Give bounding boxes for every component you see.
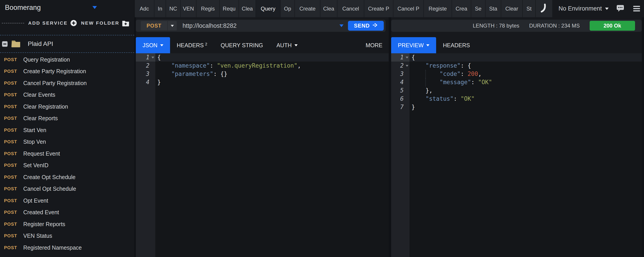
fold-caret-icon[interactable] (406, 65, 408, 67)
tab-more[interactable]: MORE (359, 37, 389, 53)
send-button[interactable]: SEND (348, 21, 384, 31)
folder-plus-icon[interactable] (122, 20, 129, 26)
list-item[interactable]: POSTCreate Party Registration (0, 66, 134, 78)
workspace-tab[interactable]: Sta (486, 0, 501, 17)
workspace-tab[interactable]: Registe (424, 0, 452, 17)
tab-label: QUERY STRING (221, 42, 263, 48)
code-line[interactable]: 7 } (391, 103, 642, 111)
collapse-icon[interactable] (2, 41, 8, 47)
request-body-editor[interactable]: 1 { 2 "namespace": "ven.queryRegistratio… (136, 53, 389, 257)
workspace-tab[interactable]: Regis (196, 0, 220, 17)
tab-label: Cancel (342, 6, 359, 12)
plus-circle-icon[interactable] (70, 20, 77, 26)
method-select[interactable]: POST (141, 21, 177, 30)
workspace-tab[interactable]: Cancel P (394, 0, 424, 17)
workspace-tab[interactable]: Crea (452, 0, 471, 17)
workspace-tab[interactable]: Clea (239, 0, 256, 17)
folder-icon (12, 40, 20, 48)
code-line[interactable]: 2 "response": { (391, 62, 642, 70)
code-token (412, 70, 440, 77)
workspace-tab[interactable]: Op (280, 0, 295, 17)
workspace-tab[interactable]: Cancel (338, 0, 364, 17)
workspace-tab[interactable]: Create P (364, 0, 394, 17)
code-line[interactable]: 3 "code": 200, (391, 70, 642, 78)
boomerang-tab[interactable] (536, 0, 553, 17)
url-input[interactable]: http://localhost:8282 (182, 22, 340, 29)
method-badge: POST (4, 116, 19, 121)
line-number: 1 (391, 53, 410, 62)
list-item[interactable]: POSTVEN Status (0, 230, 134, 242)
code-line[interactable]: 1 { (136, 53, 389, 62)
add-service-button[interactable]: ADD SERVICE (28, 20, 68, 26)
response-meta: LENGTH : 78 bytes DURATION : 234 MS 200 … (473, 21, 642, 31)
brand-caret-icon[interactable] (92, 6, 97, 9)
tab-headers[interactable]: HEADERS 2 (170, 37, 214, 53)
list-item[interactable]: POSTClear Reports (0, 112, 134, 124)
list-item[interactable]: POSTQuery Registration (0, 54, 134, 66)
code-line[interactable]: 2 "namespace": "ven.queryRegistration", (136, 62, 389, 70)
menu-hamburger-icon[interactable] (633, 6, 640, 12)
list-item[interactable]: POSTRequest Event (0, 148, 134, 160)
workspace-tab[interactable]: In (154, 0, 166, 17)
code-line[interactable]: 4 } (136, 78, 389, 86)
brand-row: Boomerang (0, 0, 134, 18)
list-item[interactable]: POSTCreate Opt Schedule (0, 171, 134, 183)
list-item[interactable]: POSTRegister Reports (0, 218, 134, 230)
code-token: "response" (426, 62, 461, 69)
workspace-tab-active[interactable]: Query (256, 0, 280, 17)
list-item[interactable]: POSTCancel Party Registration (0, 77, 134, 89)
tab-query-string[interactable]: QUERY STRING (214, 37, 270, 53)
workspace-tab[interactable]: Clea (320, 0, 338, 17)
request-name: Registered Namespace (23, 244, 82, 251)
caret-down-icon (171, 25, 174, 27)
code-line[interactable]: 3 "parameters": {} (136, 70, 389, 78)
workspace-tab[interactable]: Create (295, 0, 320, 17)
code-line[interactable]: 6 "status": "OK" (391, 95, 642, 103)
request-name: Cancel Opt Schedule (23, 186, 76, 192)
workspace-tab[interactable]: St (523, 0, 536, 17)
list-item[interactable]: POSTStop Ven (0, 136, 134, 148)
workspace-tab[interactable]: Requ (220, 0, 239, 17)
fold-caret-icon[interactable] (152, 57, 154, 58)
workspace-tab[interactable]: Se (471, 0, 486, 17)
list-item[interactable]: POSTSet VenID (0, 160, 134, 172)
tab-preview[interactable]: PREVIEW (391, 37, 436, 53)
tab-auth[interactable]: AUTH (270, 37, 304, 53)
code-token: : (210, 62, 217, 69)
tab-label: Cancel P (398, 6, 419, 12)
request-panel: POST http://localhost:8282 SEND JSON HEA… (136, 17, 389, 257)
tab-json[interactable]: JSON (136, 37, 170, 53)
collection-folder[interactable]: Plaid API (0, 35, 134, 53)
response-body-viewer[interactable]: 1 { 2 "response": { 3 "code": 200, 4 "me… (391, 53, 642, 257)
caret-down-icon (294, 44, 298, 46)
list-item[interactable]: POSTClear Registration (0, 101, 134, 112)
method-badge: POST (4, 245, 19, 250)
response-tabs: PREVIEW HEADERS (391, 37, 642, 53)
code-token: { (412, 54, 415, 61)
list-item[interactable]: POSTOpt Event (0, 195, 134, 207)
feedback-chat-icon[interactable] (616, 5, 624, 13)
list-item[interactable]: POSTCancel Opt Schedule (0, 183, 134, 195)
method-caret[interactable] (168, 21, 177, 30)
workspace-tab[interactable]: Clear (501, 0, 523, 17)
tab-response-headers[interactable]: HEADERS (436, 37, 476, 53)
tab-label: Create (300, 6, 316, 12)
list-item[interactable]: POSTCreated Event (0, 207, 134, 218)
workspace-tab[interactable]: Adc (135, 0, 154, 17)
code-line[interactable]: 5 }, (391, 86, 642, 95)
new-folder-button[interactable]: NEW FOLDER (81, 20, 119, 26)
environment-selector[interactable]: No Environment (558, 5, 609, 12)
line-number: 4 (136, 78, 155, 86)
list-item[interactable]: POSTClear Events (0, 89, 134, 101)
line-number: 3 (391, 70, 410, 78)
url-history-caret-icon[interactable] (340, 24, 344, 27)
list-item[interactable]: POSTRegistered Namespace (0, 242, 134, 254)
code-line[interactable]: 1 { (391, 53, 642, 62)
fold-caret-icon[interactable] (406, 57, 408, 58)
code-line[interactable]: 4 "message": "OK" (391, 78, 642, 86)
workspace-tab[interactable]: VEN (181, 0, 196, 17)
method-badge: POST (4, 57, 19, 62)
workspace-tab[interactable]: NC (166, 0, 181, 17)
list-item[interactable]: POSTStart Ven (0, 124, 134, 136)
code-token: } (157, 79, 161, 86)
